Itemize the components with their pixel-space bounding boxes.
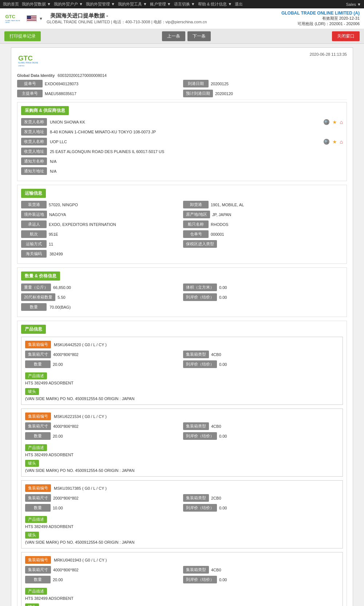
consignee-addr-row: 收货人地址 25 EAST ALGONQUIN ROAD DES PLAINES… <box>21 148 343 155</box>
product0-qty-label: 数量 <box>25 360 51 368</box>
svg-rect-11 <box>27 20 37 21</box>
product2-qty-label: 数量 <box>25 504 51 512</box>
shipper-home-icon[interactable]: ⌂ <box>340 119 343 125</box>
shipper-star-icon[interactable]: ★ <box>332 119 337 125</box>
print-button-top[interactable]: 打印提单记录 <box>4 31 41 41</box>
carrier-row: 承运人 EXDO, EXPEDITORS INTERNATION <box>21 220 181 228</box>
customs-no-row: 海关编码 382499 <box>21 250 343 258</box>
logo-area: GTC GLOBAL TRADE ONLINE LIMITED ▼ <box>4 13 43 24</box>
foreign-port-row: 境外装运地 NAGOYA <box>21 211 181 218</box>
product1-type-label: 集装箱类型 <box>183 422 209 430</box>
shipper-name-label: 发货人名称 <box>21 118 47 126</box>
record-gtc-logo: GTC GLOBAL TRADE ONLINE LIMITED <box>17 52 46 70</box>
weight-label: 重量（公斤） <box>21 284 51 291</box>
notify-name-row: 通知方名称 N/A <box>21 157 343 165</box>
product0-container-no-label: 集装箱编号 <box>25 341 51 348</box>
product0-price-label: 到岸价（结价） <box>183 360 217 368</box>
nav-foreign-customer[interactable]: 我的外贸户户 ▼ <box>54 1 83 7</box>
customs-zone-row: 保税区进入类型 <box>183 240 343 248</box>
global-data-row: Global Data Identity 6003202001270000008… <box>17 73 347 78</box>
product0-container-no-value: MSKU6442520 ( G0 / L / CY ) <box>54 342 339 348</box>
svg-text:GLOBAL TRADE ONLINE: GLOBAL TRADE ONLINE <box>5 20 20 21</box>
product2-type-label: 集装箱类型 <box>183 494 209 502</box>
transport-fields: 装货港 57020, NINGPO 卸货港 1901, MOBILE, AL 境… <box>21 201 343 248</box>
product2-container-no-label: 集装箱编号 <box>25 484 51 492</box>
product2-desc-label: 产品描述 <box>25 516 47 523</box>
shipper-addr-row: 发货人地址 8-40 KONAN 1-CHIOME MINATO-KU TOKY… <box>21 128 343 136</box>
consignee-home-icon[interactable]: ⌂ <box>340 139 343 145</box>
product1-qty-row: 数量 20.00 <box>25 432 181 440</box>
product1-size-value: 4000*806*802 <box>53 423 181 429</box>
consignee-addr-label: 收货人地址 <box>21 148 47 155</box>
top-toolbar: 打印提单记录 上一条 下一条 关闭窗口 <box>0 29 364 44</box>
record-datetime: 2020-06-28 11:13:35 <box>310 52 347 56</box>
transport-value: 11 <box>49 241 181 247</box>
nav-account[interactable]: 账户管理 ▼ <box>150 1 171 7</box>
weight-value: 66,850.00 <box>53 285 181 290</box>
nav-logout[interactable]: 退出 <box>235 1 243 7</box>
global-data-value: 6003202001270000008014 <box>58 73 107 78</box>
product2-type-value: 2CB0 <box>211 495 339 501</box>
header-right-info: GLOBAL TRADE ONLINE LIMITED (A) 有效期至 202… <box>281 11 360 27</box>
shipper-name-value: UNION SHOWA KK <box>50 119 321 125</box>
product0-price-row: 到岸价（结价） 0.00 <box>183 360 339 368</box>
nav-language[interactable]: 语言切换 ▼ <box>174 1 195 7</box>
next-button-top[interactable]: 下一条 <box>187 31 211 41</box>
svg-rect-10 <box>27 19 37 20</box>
product3-type-value: 4CB0 <box>211 567 339 573</box>
svg-text:GLOBAL TRADE ONLINE: GLOBAL TRADE ONLINE <box>18 62 38 64</box>
product3-container-no-label: 集装箱编号 <box>25 556 51 564</box>
product-item-2: 集装箱编号 MSKU3917385 ( G0 / L / CY ) 集装箱尺寸 … <box>21 480 343 548</box>
consignee-star-icon[interactable]: ★ <box>332 139 337 145</box>
nav-foreign-data[interactable]: 我的外贸数据 ▼ <box>22 1 51 7</box>
main-content: GTC GLOBAL TRADE ONLINE LIMITED 2020-06-… <box>0 44 364 606</box>
consignee-name-row: 收货人名称 UOP LLC 🔍 ★ ⌂ <box>21 138 343 145</box>
product2-container-no-row: 集装箱编号 MSKU3917385 ( G0 / L / CY ) <box>25 484 339 492</box>
arrival-date-value: 20200125 <box>211 81 347 87</box>
customs-zone-label: 保税区进入类型 <box>183 240 217 248</box>
product3-type-row: 集装箱类型 4CB0 <box>183 566 339 574</box>
product0-container-no-row: 集装箱编号 MSKU6442520 ( G0 / L / CY ) <box>25 341 339 348</box>
nav-home[interactable]: 我的首页 <box>3 1 19 7</box>
bill-no-label: 提单号 <box>17 80 43 87</box>
consignee-search-icon[interactable]: 🔍 <box>324 139 329 145</box>
master-bill-value: MAEU588035617 <box>45 91 181 97</box>
product2-desc-value: HTS 382499 ADSORBENT <box>25 524 339 529</box>
nav-foreign-manage[interactable]: 我的外贸管理 ▼ <box>86 1 115 7</box>
nav-foreign-tools[interactable]: 我的外贸工具 ▼ <box>118 1 147 7</box>
product0-marks-value: (VAN SIDE MARK) PO NO. 4500912554-50 ORI… <box>25 396 339 401</box>
section2-header: 运输信息 <box>21 189 46 198</box>
nav-help[interactable]: 帮助 & 统计信息 ▼ <box>198 1 232 7</box>
gtc-logo: GTC GLOBAL TRADE ONLINE LIMITED <box>4 13 24 24</box>
product2-price-row: 到岸价（结价） 0.00 <box>183 504 339 512</box>
svg-text:LIMITED: LIMITED <box>5 22 10 23</box>
product3-fields: 集装箱尺寸 4000*806*802 集装箱类型 4CB0 数量 20.00 到… <box>25 566 339 583</box>
nav-sales[interactable]: Sales ▼ <box>346 2 361 7</box>
product1-container-no-value: MSKU6221534 ( G0 / L / CY ) <box>54 414 339 419</box>
svg-rect-14 <box>27 16 31 19</box>
product-item-3: 集装箱编号 MRKU0401943 ( G0 / L / CY ) 集装箱尺寸 … <box>21 552 343 606</box>
origin-row: 原产地/地区 JP, JAPAN <box>183 211 343 218</box>
unit-price-row: 到岸价（结价） 0.00 <box>183 293 343 301</box>
volume-value: 0.00 <box>219 285 343 290</box>
product0-size-row: 集装箱尺寸 4000*806*802 <box>25 351 181 358</box>
shipper-name-row: 发货人名称 UNION SHOWA KK 🔍 ★ ⌂ <box>21 118 343 126</box>
product1-type-row: 集装箱类型 4CB0 <box>183 422 339 430</box>
customs-no-label: 海关编码 <box>21 250 47 258</box>
section4-header: 产品信息 <box>21 325 46 334</box>
product3-qty-label: 数量 <box>25 576 51 583</box>
voyage-label: 航次 <box>21 230 47 238</box>
product1-type-value: 4CB0 <box>211 423 339 429</box>
product0-fields: 集装箱尺寸 4000*806*802 集装箱类型 4CB0 数量 20.00 到… <box>25 351 339 368</box>
load-port-value: 57020, NINGPO <box>49 202 181 208</box>
svg-rect-12 <box>27 21 37 21</box>
shipper-search-icon[interactable]: 🔍 <box>324 119 329 125</box>
close-button-top[interactable]: 关闭窗口 <box>332 31 360 41</box>
prev-button-top[interactable]: 上一条 <box>162 31 185 41</box>
company-edition: GLOBAL TRADE ONLINE LIMITED (A) <box>281 11 360 16</box>
dest-port-row: 卸货港 1901, MOBILE, AL <box>183 201 343 208</box>
flag-dropdown[interactable]: ▼ <box>39 16 43 21</box>
product2-size-row: 集装箱尺寸 2000*806*802 <box>25 494 181 502</box>
product0-size-value: 4000*806*802 <box>53 352 181 357</box>
product3-container-no-row: 集装箱编号 MRKU0401943 ( G0 / L / CY ) <box>25 556 339 564</box>
